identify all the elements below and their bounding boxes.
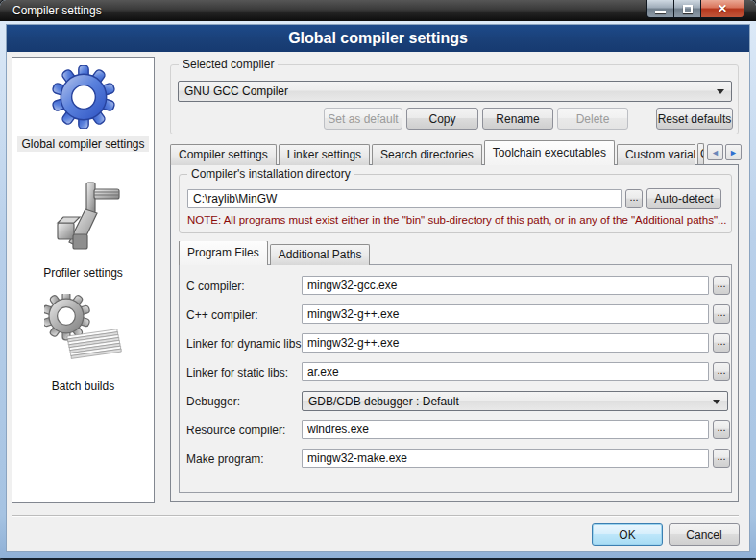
reset-defaults-button[interactable]: Reset defaults xyxy=(656,108,733,130)
subtab-program-files[interactable]: Program Files xyxy=(179,241,268,265)
tab-overflow-partial[interactable]: O xyxy=(697,143,704,164)
page-title: Global compiler settings xyxy=(7,25,749,52)
c-compiler-input[interactable] xyxy=(302,276,709,295)
make-program-input[interactable] xyxy=(302,449,709,468)
tab-scroll-left-button[interactable]: ◄ xyxy=(707,144,723,160)
make-program-browse-button[interactable]: ... xyxy=(713,449,730,468)
tab-compiler-settings[interactable]: Compiler settings xyxy=(170,144,277,165)
sidebar-item-label: Global compiler settings xyxy=(17,136,148,152)
resource-compiler-input[interactable] xyxy=(302,420,709,439)
autodetect-button[interactable]: Auto-detect xyxy=(646,188,721,209)
compiler-select[interactable]: GNU GCC Compiler xyxy=(178,81,732,102)
window-controls: ✕ xyxy=(646,0,744,18)
c-compiler-label: C compiler: xyxy=(186,280,245,293)
arrow-right-icon: ► xyxy=(729,148,738,158)
linker-for-dynamic-libs-browse-button[interactable]: ... xyxy=(713,333,730,353)
linker-for-dynamic-libs-input[interactable] xyxy=(302,333,709,353)
footer-divider xyxy=(12,515,739,517)
maximize-icon xyxy=(683,5,693,13)
delete-button: Delete xyxy=(557,108,628,130)
title-bar[interactable]: Compiler settings ✕ xyxy=(0,0,756,21)
selected-compiler-group-label: Selected compiler xyxy=(179,58,278,71)
linker-for-static-libs-label: Linker for static libs: xyxy=(186,366,288,379)
install-dir-browse-button[interactable]: ... xyxy=(625,189,643,208)
linker-for-dynamic-libs-label: Linker for dynamic libs: xyxy=(186,337,305,351)
toolchain-executables-page: Compiler's installation directory ... Au… xyxy=(170,164,739,502)
caliper-icon xyxy=(12,181,154,261)
tab-search-directories[interactable]: Search directories xyxy=(372,144,482,165)
tab-toolchain-executables[interactable]: Toolchain executables xyxy=(484,140,615,165)
install-dir-input[interactable] xyxy=(187,189,622,208)
install-dir-group-label: Compiler's installation directory xyxy=(187,167,354,181)
chevron-down-icon xyxy=(713,400,720,404)
gray-gear-stack-icon xyxy=(12,294,154,375)
c-compiler-input[interactable] xyxy=(302,304,709,324)
install-dir-group: Compiler's installation directory ... Au… xyxy=(179,174,732,233)
c-compiler-label: C++ compiler: xyxy=(186,308,258,322)
c-compiler-browse-button[interactable]: ... xyxy=(713,304,730,324)
close-button[interactable]: ✕ xyxy=(701,0,744,18)
linker-for-static-libs-input[interactable] xyxy=(302,362,709,381)
compiler-settings-dialog: Compiler settings ✕ Global compiler sett… xyxy=(0,0,756,560)
program-files-tabs: Program FilesAdditional Paths xyxy=(179,241,467,265)
window-frame: Global compiler settings Global compiler… xyxy=(0,21,756,560)
tab-linker-settings[interactable]: Linker settings xyxy=(279,144,370,165)
settings-tabs: Compiler settingsLinker settingsSearch d… xyxy=(170,140,695,165)
debugger-select-value: GDB/CDB debugger : Default xyxy=(308,392,459,410)
close-icon: ✕ xyxy=(718,2,727,15)
window-title: Compiler settings xyxy=(12,0,102,21)
compiler-select-value: GNU GCC Compiler xyxy=(184,82,288,101)
ok-button[interactable]: OK xyxy=(592,523,663,546)
rename-button[interactable]: Rename xyxy=(482,108,553,130)
blue-gear-icon xyxy=(12,65,154,133)
tab-scroll-right-button[interactable]: ► xyxy=(725,144,742,160)
minimize-icon xyxy=(655,11,666,13)
settings-category-list: Global compiler settings Profiler settin… xyxy=(12,57,155,503)
set-as-default-button: Set as default xyxy=(324,108,402,130)
sidebar-item-label: Profiler settings xyxy=(39,265,127,280)
arrow-left-icon: ◄ xyxy=(711,148,719,158)
install-dir-note: NOTE: All programs must exist either in … xyxy=(187,214,727,226)
sidebar-item-batch-builds[interactable]: Batch builds xyxy=(12,294,154,394)
copy-button[interactable]: Copy xyxy=(406,108,478,130)
cancel-button[interactable]: Cancel xyxy=(669,523,740,546)
sidebar-item-label: Batch builds xyxy=(48,378,118,394)
debugger-label: Debugger: xyxy=(186,395,240,408)
sidebar-item-global-compiler-settings[interactable]: Global compiler settings xyxy=(12,65,154,152)
resource-compiler-label: Resource compiler: xyxy=(186,424,285,437)
make-program-label: Make program: xyxy=(186,452,264,466)
resource-compiler-browse-button[interactable]: ... xyxy=(713,420,730,439)
sidebar-item-profiler-settings[interactable]: Profiler settings xyxy=(12,181,154,280)
debugger-select[interactable]: GDB/CDB debugger : Default xyxy=(302,391,728,411)
maximize-button[interactable] xyxy=(674,0,701,18)
tab-custom-variables[interactable]: Custom variables xyxy=(617,144,695,165)
chevron-down-icon xyxy=(717,89,724,94)
c-compiler-browse-button[interactable]: ... xyxy=(713,276,730,295)
linker-for-static-libs-browse-button[interactable]: ... xyxy=(713,362,730,381)
minimize-button[interactable] xyxy=(646,0,674,18)
subtab-additional-paths[interactable]: Additional Paths xyxy=(270,244,371,265)
dialog-content: Global compiler settings Global compiler… xyxy=(7,25,749,551)
